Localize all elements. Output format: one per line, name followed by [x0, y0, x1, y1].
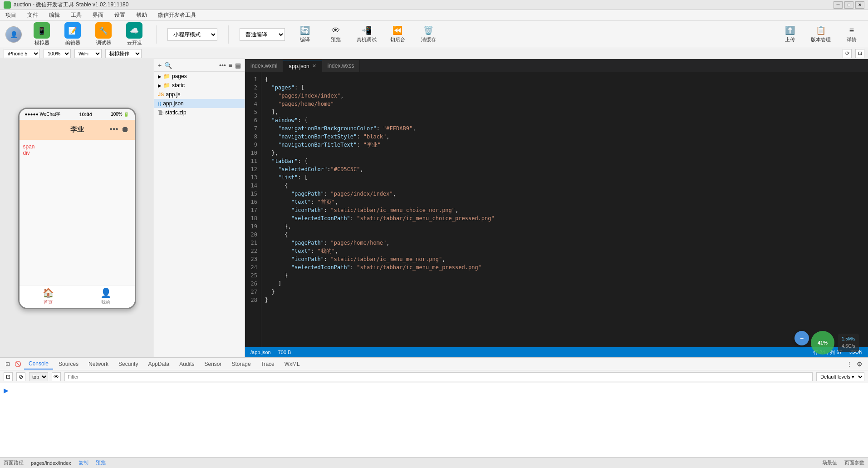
tree-item-staticzip[interactable]: 🗜 static.zip	[154, 108, 245, 117]
phone-tabbar: 🏠 首页 👤 我的	[20, 285, 135, 308]
app-icon	[4, 1, 11, 9]
menu-item-view[interactable]: 界面	[91, 11, 105, 19]
rotate-button[interactable]: ⟳	[843, 49, 852, 58]
menu-item-tools[interactable]: 工具	[69, 11, 83, 19]
tree-item-pages[interactable]: ▶ 📁 pages	[154, 72, 245, 81]
preview-button[interactable]: 👁 预览	[325, 26, 347, 43]
device-selector[interactable]: iPhone 5	[4, 49, 40, 58]
tab-sources[interactable]: Sources	[54, 359, 83, 369]
floating-action-button[interactable]: −	[794, 331, 809, 345]
editor-statusbar: /app.json 700 B 行 24，列 67 JSON	[245, 347, 868, 357]
menu-item-project[interactable]: 项目	[4, 11, 18, 19]
simulator-button[interactable]: 📱 模拟器	[31, 22, 53, 46]
menu-item-edit[interactable]: 编辑	[47, 11, 62, 19]
tab-app-json[interactable]: app.json ✕	[283, 60, 322, 72]
phone-tab-mine[interactable]: 👤 我的	[77, 286, 135, 308]
console-context[interactable]: top	[29, 372, 48, 381]
phone-battery: 100% 🔋	[111, 112, 129, 117]
tab-index-wxml[interactable]: index.wxml	[245, 60, 283, 72]
breadcrumb-label: 页面路径	[4, 459, 24, 466]
remote-debug-button[interactable]: 📲 真机调试	[356, 25, 378, 43]
minimize-button[interactable]: ─	[834, 1, 843, 9]
devtools-panel-toggle[interactable]: ⊡	[4, 361, 12, 367]
tree-label-appjson: app.json	[163, 100, 183, 107]
tab-index-wxss[interactable]: index.wxss	[322, 60, 360, 72]
phone-tab-home[interactable]: 🏠 首页	[20, 286, 77, 308]
more-btn[interactable]: •••	[219, 62, 226, 69]
tree-item-static[interactable]: ▶ 📁 static	[154, 81, 245, 90]
preview-link[interactable]: 预览	[96, 459, 106, 466]
operation-selector[interactable]: 模拟操作	[105, 49, 142, 58]
console-panel-toggle[interactable]: ⊡	[4, 372, 13, 381]
tab-appdata[interactable]: AppData	[143, 359, 174, 369]
phone-content: span div	[20, 140, 135, 285]
refresh-button[interactable]: 🔄 编译	[294, 25, 316, 43]
debugger-button[interactable]: 🔧 调试器	[93, 22, 114, 46]
line-numbers: 12345 678910 1112131415 1617181920 21222…	[245, 72, 261, 347]
editor-button[interactable]: 📝 编辑器	[62, 22, 83, 46]
upload-button[interactable]: ⬆️ 上传	[779, 25, 801, 43]
filetree-toolbar: + 🔍 ••• ≡ ▤	[154, 59, 245, 72]
clear-console-btn[interactable]: ⊘	[16, 372, 25, 381]
code-editor: index.wxml app.json ✕ index.wxss 12345 6…	[245, 59, 868, 357]
compile-selector[interactable]: 普通编译	[240, 28, 285, 41]
tab-audits[interactable]: Audits	[175, 359, 199, 369]
devtools-settings-btn[interactable]: ⚙	[855, 360, 864, 368]
eye-toggle[interactable]: 👁	[52, 372, 61, 381]
devtools-tabs: ⊡ 🚫 Console Sources Network Security App…	[0, 358, 868, 370]
tab-sensor[interactable]: Sensor	[200, 359, 226, 369]
network-selector[interactable]: WiFi	[74, 49, 102, 58]
tab-console[interactable]: Console	[24, 359, 53, 369]
tree-item-appjson[interactable]: {} app.json	[154, 99, 245, 108]
mode-selector[interactable]: 小程序模式	[167, 28, 217, 41]
tab-storage[interactable]: Storage	[227, 359, 255, 369]
user-avatar[interactable]: 👤	[5, 26, 22, 43]
tab-trace[interactable]: Trace	[256, 359, 279, 369]
console-prompt[interactable]: ▶	[4, 385, 864, 396]
titlebar-text: auction - 微信开发者工具 Stable v1.02.1911180	[14, 1, 834, 9]
menu-item-devtool[interactable]: 微信开发者工具	[156, 11, 198, 19]
menu-item-file[interactable]: 文件	[25, 11, 40, 19]
devtools-content: ▶	[0, 383, 868, 457]
perf-percent: 41%	[818, 340, 828, 345]
cloud-button[interactable]: ☁️ 云开发	[123, 22, 145, 46]
code-area[interactable]: 12345 678910 1112131415 1617181920 21222…	[245, 72, 868, 347]
log-level-selector[interactable]: Default levels ▾	[816, 372, 864, 381]
menu-item-help[interactable]: 帮助	[134, 11, 149, 19]
folder-arrow-static: ▶	[158, 83, 162, 88]
close-button[interactable]: ✕	[855, 1, 864, 9]
person-icon: 👤	[100, 287, 112, 298]
close-tab-json[interactable]: ✕	[312, 63, 316, 69]
indent-btn[interactable]: ≡	[229, 62, 232, 69]
tree-item-appjs[interactable]: JS app.js	[154, 90, 245, 99]
devtools-more-btn[interactable]: ⋮	[845, 361, 854, 367]
tab-security[interactable]: Security	[114, 359, 142, 369]
phone-record-icon: ⏺	[121, 125, 129, 134]
copy-link[interactable]: 复制	[78, 459, 88, 466]
detail-button[interactable]: ≡ 详情	[841, 26, 863, 43]
menu-item-settings[interactable]: 设置	[113, 11, 127, 19]
collapse-btn[interactable]: ▤	[235, 62, 241, 69]
phone-nav-dots[interactable]: •••	[110, 125, 118, 134]
search-file-btn[interactable]: 🔍	[164, 62, 172, 69]
file-path: /app.json	[250, 350, 271, 355]
maximize-button[interactable]: □	[844, 1, 853, 9]
clear-cache-button[interactable]: 🗑️ 清缓存	[417, 25, 439, 43]
version-button[interactable]: 📋 版本管理	[810, 25, 832, 43]
code-text[interactable]: { "pages": [ "pages/index/index", "pages…	[261, 72, 868, 347]
console-filter-input[interactable]	[64, 372, 813, 381]
subtoolbar: iPhone 5 100% WiFi 模拟操作 ⟳ ⊡	[0, 48, 868, 59]
phone-carrier: ●●●●● WeChat字	[25, 111, 61, 118]
scale-selector[interactable]: 100%	[44, 49, 71, 58]
devtools-toolbar: ⊡ ⊘ top 👁 Default levels ▾	[0, 370, 868, 383]
breadcrumb-value: pages/index/index	[31, 460, 71, 466]
cut-back-button[interactable]: ⏪ 切后台	[387, 25, 408, 43]
fit-button[interactable]: ⊡	[855, 49, 864, 58]
devtools-clear-console[interactable]: 🚫	[13, 361, 23, 367]
tab-network[interactable]: Network	[84, 359, 113, 369]
tab-wxml[interactable]: WxML	[280, 359, 304, 369]
phone-span-element: span	[23, 143, 131, 150]
folder-icon-pages: 📁	[163, 73, 170, 79]
speed-down: 4.6G/s	[842, 343, 855, 350]
add-file-btn[interactable]: +	[158, 62, 162, 69]
